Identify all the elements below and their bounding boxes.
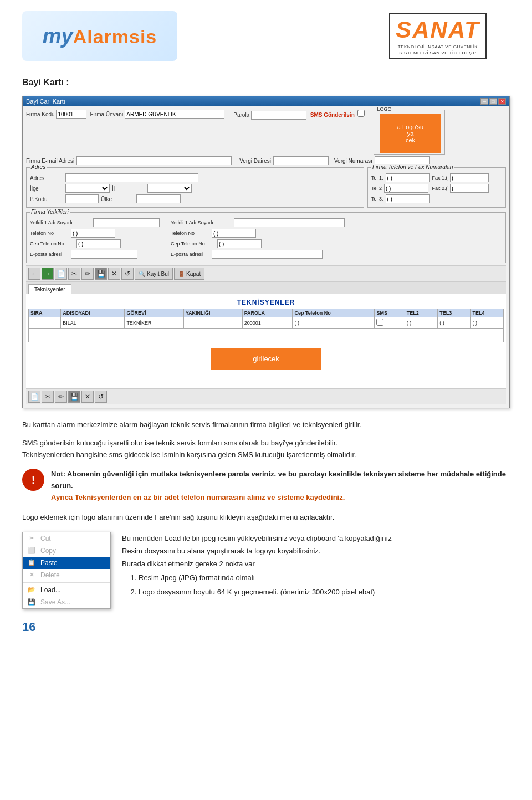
refresh-button[interactable]: ↺ (121, 268, 134, 280)
cell-yakinligi (183, 317, 242, 329)
tel-group-label: Firma Telefon ve Fax Numaraları (371, 164, 454, 170)
sms-checkbox[interactable] (357, 110, 365, 117)
menu-separator (23, 582, 110, 583)
menu-delete[interactable]: ✕ Delete (23, 569, 110, 581)
tel3-input[interactable] (386, 194, 430, 203)
logo-right: SANAT TEKNOLOJİ İNŞAAT VE GÜVENLİK SİSTE… (366, 11, 510, 61)
btm-edit-button[interactable]: ✏ (55, 391, 67, 403)
vergi-no-label: Vergi Numarası (334, 158, 372, 164)
col-adi: ADISOYADI (61, 309, 125, 317)
btm-cut-button[interactable]: ✂ (42, 391, 54, 403)
warning-orange: Ayrıca Teknisyenlerden en az bir adet te… (51, 493, 345, 501)
maximize-button[interactable]: □ (489, 98, 497, 105)
sms-btn[interactable]: SMS Gönderilsin (310, 112, 355, 118)
fax1-input[interactable] (450, 173, 489, 182)
cell-sira (29, 317, 61, 329)
kayit-bul-button[interactable]: 🔍 Kayıt Bul (135, 268, 173, 280)
numbered-list: Resim Jpeg (JPG) formatında olmalı Logo … (139, 571, 510, 599)
list-item-1: Resim Jpeg (JPG) formatında olmalı (139, 571, 510, 585)
menu-cut-label: Cut (40, 535, 51, 542)
firma-unvani-input[interactable] (125, 110, 224, 119)
menu-load-label: Load... (40, 586, 61, 594)
context-menu-area: ✂ Cut ⬜ Copy 📋 Paste ✕ Delete 📂 Load... … (22, 532, 510, 609)
firma-email-input[interactable] (76, 156, 232, 165)
yetkili2-label: Yetkili 1 Adı Soyadı (171, 220, 232, 225)
menu-load[interactable]: 📂 Load... (23, 584, 110, 596)
warning-text: Not: Abonenin güvenliği için mutlaka tek… (51, 469, 510, 503)
menu-paste-label: Paste (40, 559, 58, 567)
cep2-label: Cep Telefon No (171, 241, 215, 247)
copy-icon: ⬜ (27, 547, 36, 554)
menu-paste[interactable]: 📋 Paste (23, 557, 110, 569)
page-title: Bayi Kartı : (22, 78, 510, 88)
btm-delete-button[interactable]: ✕ (81, 391, 94, 403)
tel2-input[interactable] (384, 184, 428, 193)
tel1-input[interactable] (386, 173, 430, 182)
sms-row-checkbox[interactable] (376, 319, 383, 326)
bottom-toolbar: 📄 ✂ ✏ 💾 ✕ ↺ (26, 388, 506, 404)
yetkili1-input[interactable] (93, 218, 160, 227)
tel1-label: Tel 1. (371, 175, 383, 181)
kayit-bul-label: Kayıt Bul (147, 271, 169, 277)
save-button[interactable]: 💾 (95, 268, 107, 280)
edit-button[interactable]: ✏ (81, 268, 94, 280)
eposta1-input[interactable] (71, 250, 137, 259)
tel-no2-input[interactable] (212, 229, 256, 238)
paste-icon: 📋 (27, 559, 36, 566)
kapat-button[interactable]: 🚪 Kapat (174, 268, 204, 280)
btm-save-button[interactable]: 💾 (68, 391, 80, 403)
sanat-logo-text: SANAT (396, 17, 480, 43)
btm-new-button[interactable]: 📄 (28, 391, 40, 403)
il-select[interactable] (147, 184, 192, 193)
minimize-button[interactable]: ─ (480, 98, 488, 105)
fax2-input[interactable] (450, 184, 489, 193)
vergi-dairesi-label: Vergi Dairesi (239, 158, 271, 164)
tel-no1-label: Telefon No (30, 230, 69, 236)
adres-group-label: Adres (30, 164, 47, 170)
back-button[interactable]: ← (28, 268, 40, 280)
main-toolbar: ← → 📄 ✂ ✏ 💾 ✕ ↺ 🔍 Kayıt Bul 🚪 Kapat (26, 265, 506, 282)
cell-cep: ( ) (293, 317, 375, 329)
tab-teknisyenler[interactable]: Teknisyenler (28, 284, 71, 294)
context-menu: ✂ Cut ⬜ Copy 📋 Paste ✕ Delete 📂 Load... … (22, 532, 111, 609)
yetkili2-input[interactable] (234, 218, 345, 227)
tech-title: TEKNİSYENLER (28, 296, 504, 309)
cell-tel2: ( ) (405, 317, 437, 329)
btm-refresh-button[interactable]: ↺ (95, 391, 107, 403)
firma-kodu-label: Firma Kodu (26, 111, 55, 117)
new-button[interactable]: 📄 (55, 268, 67, 280)
ilce-select[interactable] (65, 184, 110, 193)
warning-box: ! Not: Abonenin güvenliği için mutlaka t… (22, 469, 510, 503)
kapat-label: Kapat (186, 271, 201, 277)
vergi-dairesi-input[interactable] (273, 156, 329, 165)
close-button[interactable]: ✕ (498, 98, 506, 105)
col-tel3: TEL3 (438, 309, 470, 317)
ilce-label: İlçe (30, 186, 63, 192)
cep1-input[interactable] (76, 239, 121, 248)
side-text-2: Resim dosyasını bu alana yapıştırarak ta… (122, 545, 510, 557)
window-controls[interactable]: ─ □ ✕ (480, 98, 506, 105)
orange-overlay-text: girilecek (253, 355, 279, 363)
menu-save-as[interactable]: 💾 Save As... (23, 596, 110, 608)
cell-tel3: ( ) (438, 317, 470, 329)
tel-no1-input[interactable] (71, 229, 115, 238)
firma-kodu-input[interactable] (56, 110, 86, 119)
forward-button[interactable]: → (42, 268, 54, 280)
menu-cut[interactable]: ✂ Cut (23, 532, 110, 545)
cut-button[interactable]: ✂ (68, 268, 80, 280)
parola-input[interactable] (251, 111, 306, 120)
bayi-cari-form: Bayi Cari Kartı ─ □ ✕ Firma Kodu Firma Ü… (22, 96, 510, 408)
tech-table: SIRA ADISOYADI GÖREVİ YAKINLIĞI PAROLA C… (28, 309, 504, 342)
sanat-sub1: TEKNOLOJİ İNŞAAT VE GÜVENLİK (396, 44, 480, 49)
adres-input[interactable] (65, 173, 198, 182)
eposta2-input[interactable] (212, 250, 323, 259)
cell-parola: 200001 (242, 317, 293, 329)
delete-button[interactable]: ✕ (108, 268, 120, 280)
cell-sms (375, 317, 405, 329)
ulke-input[interactable] (136, 194, 181, 203)
cep2-input[interactable] (217, 239, 262, 248)
pkodu-input[interactable] (65, 194, 99, 203)
eposta2-label: E-posta adresi (171, 252, 209, 257)
side-text-1: Bu menüden Load ile bir jpeg resim yükle… (122, 532, 510, 545)
menu-copy[interactable]: ⬜ Copy (23, 545, 110, 557)
